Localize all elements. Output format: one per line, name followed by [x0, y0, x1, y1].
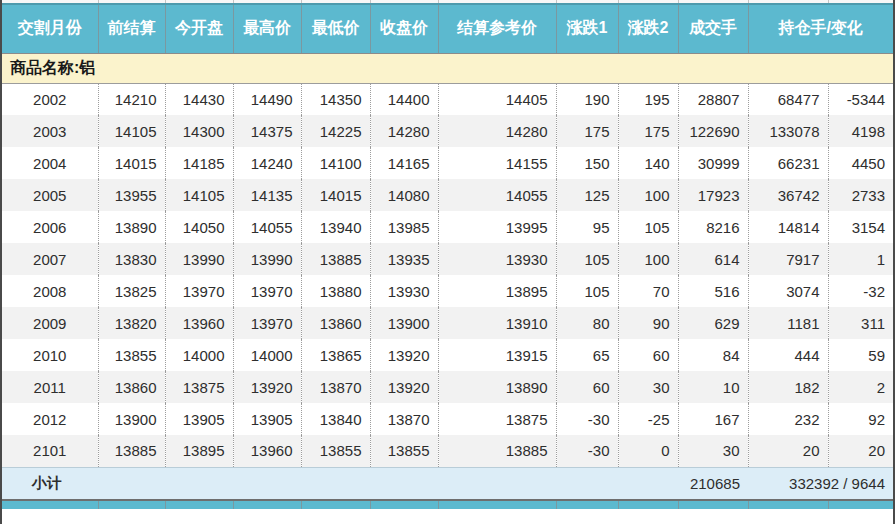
- cell-value: 13935: [370, 243, 438, 275]
- cell-value: 14814: [748, 211, 828, 243]
- cell-value: 13905: [165, 403, 233, 435]
- col-header-open: 今开盘: [165, 4, 233, 53]
- cell-value: 1: [828, 243, 893, 275]
- cell-value: 13885: [438, 435, 556, 467]
- cell-value: 13865: [301, 339, 370, 371]
- cell-delivery-month: 2002: [2, 83, 98, 115]
- cell-value: 13970: [233, 307, 301, 339]
- cell-value: 13890: [438, 371, 556, 403]
- cell-value: 3154: [828, 211, 893, 243]
- cell-value: 13940: [301, 211, 370, 243]
- subtotal-label: 小计: [2, 467, 678, 500]
- cell-value: 13855: [301, 435, 370, 467]
- cell-value: 13895: [438, 275, 556, 307]
- cell-value: 3074: [748, 275, 828, 307]
- cell-value: 13880: [301, 275, 370, 307]
- quotes-table-container: 交割月份 前结算 今开盘 最高价 最低价 收盘价 结算参考价 涨跌1 涨跌2 成…: [0, 0, 895, 524]
- col-header-settlement-ref: 结算参考价: [438, 4, 556, 53]
- cell-value: 90: [618, 307, 678, 339]
- cell-value: 60: [556, 371, 618, 403]
- cell-value: 13830: [98, 243, 165, 275]
- cell-value: 13985: [370, 211, 438, 243]
- cell-delivery-month: 2004: [2, 147, 98, 179]
- cell-value: 14280: [370, 115, 438, 147]
- cell-delivery-month: 2011: [2, 371, 98, 403]
- cell-value: 13870: [370, 403, 438, 435]
- subtotal-open-interest-change: 332392 / 9644: [748, 467, 893, 500]
- table-row: 2011138601387513920138701392013890603010…: [2, 371, 893, 403]
- cell-value: 13910: [438, 307, 556, 339]
- cell-value: 13855: [98, 339, 165, 371]
- cell-value: -5344: [828, 83, 893, 115]
- cell-value: 444: [748, 339, 828, 371]
- table-row: 2101138851389513960138551385513885-30030…: [2, 435, 893, 467]
- col-header-change1: 涨跌1: [556, 4, 618, 53]
- cell-value: 14240: [233, 147, 301, 179]
- cell-value: 13955: [98, 179, 165, 211]
- cell-value: -30: [556, 403, 618, 435]
- cell-value: 13920: [233, 371, 301, 403]
- col-header-delivery-month: 交割月份: [2, 4, 98, 53]
- cell-value: 14210: [98, 83, 165, 115]
- cell-value: 14000: [165, 339, 233, 371]
- cell-value: 14375: [233, 115, 301, 147]
- cell-value: 14165: [370, 147, 438, 179]
- cell-value: 14155: [438, 147, 556, 179]
- cell-value: 13820: [98, 307, 165, 339]
- cell-delivery-month: 2003: [2, 115, 98, 147]
- cell-value: 140: [618, 147, 678, 179]
- cell-value: 14000: [233, 339, 301, 371]
- futures-quotes-table: 交割月份 前结算 今开盘 最高价 最低价 收盘价 结算参考价 涨跌1 涨跌2 成…: [2, 0, 893, 509]
- cell-value: 14225: [301, 115, 370, 147]
- cell-value: 14350: [301, 83, 370, 115]
- cell-value: -32: [828, 275, 893, 307]
- cell-delivery-month: 2012: [2, 403, 98, 435]
- cell-value: 13905: [233, 403, 301, 435]
- cell-delivery-month: 2007: [2, 243, 98, 275]
- cell-value: 14400: [370, 83, 438, 115]
- cell-value: 80: [556, 307, 618, 339]
- cell-value: 30: [618, 371, 678, 403]
- cell-value: 14105: [165, 179, 233, 211]
- cell-value: 182: [748, 371, 828, 403]
- cell-value: 13915: [438, 339, 556, 371]
- cell-value: 30999: [678, 147, 748, 179]
- cell-value: 13970: [233, 275, 301, 307]
- cell-value: 14015: [98, 147, 165, 179]
- cell-value: 105: [556, 275, 618, 307]
- cell-value: 4198: [828, 115, 893, 147]
- cell-value: 14015: [301, 179, 370, 211]
- cell-value: 13870: [301, 371, 370, 403]
- cell-value: -25: [618, 403, 678, 435]
- cell-value: 175: [618, 115, 678, 147]
- cell-value: 1181: [748, 307, 828, 339]
- cell-value: 14405: [438, 83, 556, 115]
- cell-value: 167: [678, 403, 748, 435]
- cell-value: 133078: [748, 115, 828, 147]
- cell-value: 4450: [828, 147, 893, 179]
- table-row: 2004140151418514240141001416514155150140…: [2, 147, 893, 179]
- cell-value: 195: [618, 83, 678, 115]
- subtotal-row: 小计 210685 332392 / 9644: [2, 467, 893, 500]
- cell-value: 13895: [165, 435, 233, 467]
- subtotal-volume: 210685: [678, 467, 748, 500]
- cell-delivery-month: 2009: [2, 307, 98, 339]
- cell-value: 14430: [165, 83, 233, 115]
- cell-value: 14055: [233, 211, 301, 243]
- cell-value: 7917: [748, 243, 828, 275]
- cell-value: 13890: [98, 211, 165, 243]
- table-row: 2010138551400014000138651392013915656084…: [2, 339, 893, 371]
- table-row: 2007138301399013990138851393513930105100…: [2, 243, 893, 275]
- cell-value: 190: [556, 83, 618, 115]
- cell-value: -30: [556, 435, 618, 467]
- cell-value: 516: [678, 275, 748, 307]
- cell-value: 68477: [748, 83, 828, 115]
- cell-value: 14280: [438, 115, 556, 147]
- col-header-volume: 成交手: [678, 4, 748, 53]
- cell-value: 95: [556, 211, 618, 243]
- cell-delivery-month: 2006: [2, 211, 98, 243]
- cell-value: 13855: [370, 435, 438, 467]
- cell-value: 13900: [370, 307, 438, 339]
- cell-value: 13875: [438, 403, 556, 435]
- cell-value: 122690: [678, 115, 748, 147]
